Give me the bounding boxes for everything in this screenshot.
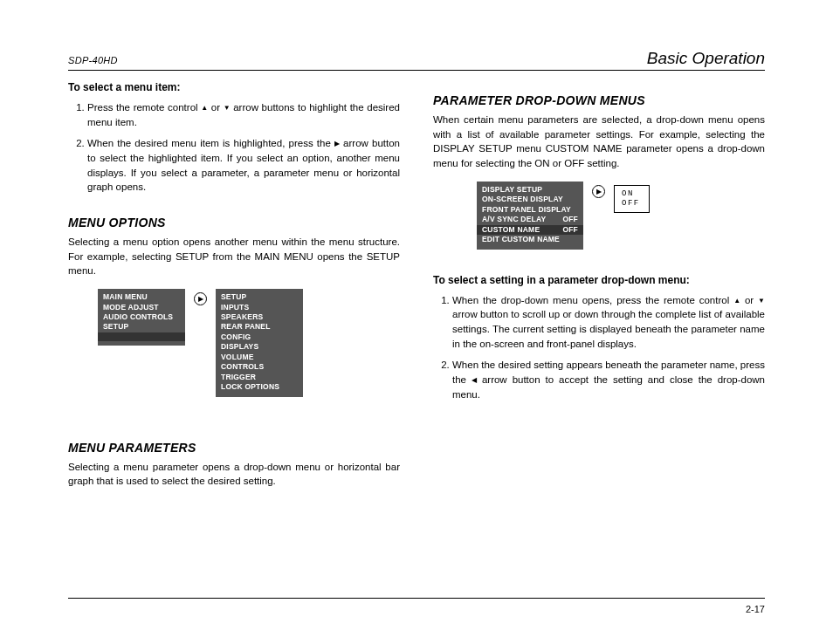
select-setting-steps: When the drop-down menu opens, press the…	[433, 293, 765, 402]
main-menu-item: SETUP	[103, 322, 180, 332]
display-setup-title: DISPLAY SETUP	[482, 185, 578, 195]
setup-menu-item: REAR PANEL CONFIG	[221, 322, 298, 342]
parameter-dropdown-body: When certain menu parameters are selecte…	[433, 113, 765, 171]
main-menu-item: AUDIO CONTROLS	[103, 312, 180, 322]
header-model: SDP-40HD	[68, 55, 118, 65]
display-setup-box: DISPLAY SETUP ON-SCREEN DISPLAY FRONT PA…	[477, 182, 583, 250]
right-arrow-icon: ▶	[194, 292, 207, 305]
select-setting-heading: To select a setting in a parameter drop-…	[433, 274, 765, 286]
setup-menu-item: DISPLAYS	[221, 342, 298, 352]
parameter-dropdown-title: PARAMETER DROP-DOWN MENUS	[433, 93, 765, 107]
display-setup-row: ON-SCREEN DISPLAY	[482, 195, 578, 204]
menu-options-title: MENU OPTIONS	[68, 216, 400, 230]
select-menu-item-steps: Press the remote control ▲ or ▼ arrow bu…	[68, 100, 400, 195]
display-setup-row: FRONT PANEL DISPLAY	[482, 205, 578, 215]
parameter-dropdown-diagram: DISPLAY SETUP ON-SCREEN DISPLAY FRONT PA…	[477, 182, 765, 250]
menu-options-diagram: MAIN MENU MODE ADJUST AUDIO CONTROLS SET…	[98, 289, 400, 397]
up-arrow-icon: ▲	[733, 296, 740, 306]
down-arrow-icon: ▼	[758, 296, 765, 306]
display-setup-row-highlight: CUSTOM NAME OFF	[477, 225, 583, 235]
step-b1: When the drop-down menu opens, press the…	[452, 293, 765, 352]
setup-menu-item: INPUTS	[221, 303, 298, 312]
manual-page: SDP-40HD Basic Operation To select a men…	[0, 0, 833, 644]
main-menu-highlight	[98, 332, 185, 341]
step-1: Press the remote control ▲ or ▼ arrow bu…	[87, 100, 400, 129]
header-section: Basic Operation	[647, 49, 765, 68]
setup-menu-item: TRIGGER	[221, 373, 298, 382]
dropdown-option: ON	[622, 189, 640, 199]
display-setup-row: A/V SYNC DELAY OFF	[482, 215, 578, 224]
page-header: SDP-40HD Basic Operation	[68, 49, 765, 71]
setup-menu-item: LOCK OPTIONS	[221, 382, 298, 392]
menu-parameters-body: Selecting a menu parameter opens a drop-…	[68, 460, 400, 489]
content-columns: To select a menu item: Press the remote …	[68, 81, 765, 499]
setup-menu-box: SETUP INPUTS SPEAKERS REAR PANEL CONFIG …	[216, 289, 303, 397]
select-menu-item-heading: To select a menu item:	[68, 81, 400, 93]
right-arrow-icon: ▶	[592, 185, 605, 198]
step-b2: When the desired setting appears beneath…	[452, 358, 765, 401]
setup-menu-item: SPEAKERS	[221, 312, 298, 322]
step-2: When the desired menu item is highlighte…	[87, 136, 400, 195]
menu-parameters-title: MENU PARAMETERS	[68, 441, 400, 455]
main-menu-title: MAIN MENU	[103, 292, 180, 302]
page-number: 2-17	[746, 604, 765, 614]
right-column: PARAMETER DROP-DOWN MENUS When certain m…	[433, 81, 765, 499]
footer-rule	[68, 598, 765, 599]
setup-menu-item: VOLUME CONTROLS	[221, 353, 298, 373]
dropdown-option: OFF	[622, 199, 640, 209]
left-column: To select a menu item: Press the remote …	[68, 81, 400, 499]
on-off-dropdown: ON OFF	[614, 185, 650, 214]
menu-options-body: Selecting a menu option opens another me…	[68, 235, 400, 278]
setup-menu-title: SETUP	[221, 292, 298, 302]
main-menu-item: MODE ADJUST	[103, 303, 180, 312]
down-arrow-icon: ▼	[224, 103, 231, 113]
display-setup-row: EDIT CUSTOM NAME	[482, 235, 578, 244]
up-arrow-icon: ▲	[201, 103, 208, 113]
main-menu-box: MAIN MENU MODE ADJUST AUDIO CONTROLS SET…	[98, 289, 185, 346]
